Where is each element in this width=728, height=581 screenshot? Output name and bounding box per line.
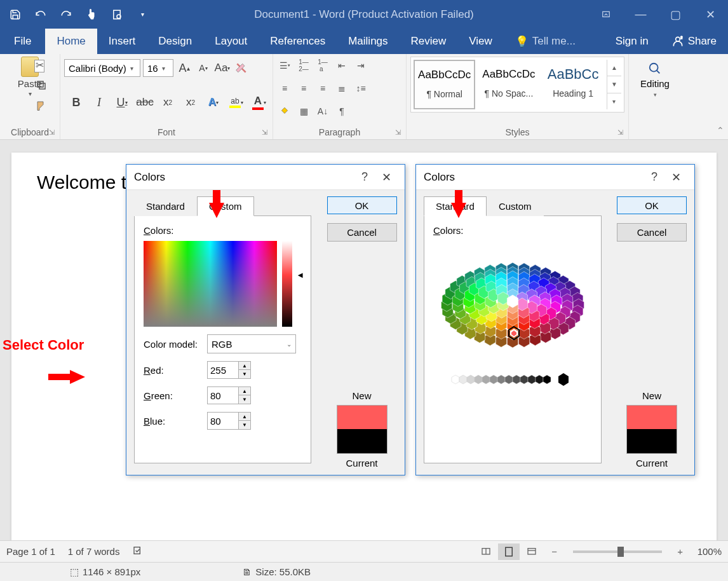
tab-custom[interactable]: Custom (487, 196, 544, 216)
multilevel-button[interactable]: 1— a (315, 58, 330, 73)
gallery-down-button[interactable]: ▼ (607, 76, 621, 93)
touch-mode-button[interactable] (79, 0, 104, 29)
tab-view[interactable]: View (457, 29, 504, 54)
numbering-button[interactable]: 1—2— (296, 58, 311, 73)
red-input[interactable] (207, 361, 239, 379)
zoom-out-button[interactable]: − (544, 543, 565, 560)
zoom-level[interactable]: 100% (698, 546, 722, 557)
ok-button[interactable]: OK (617, 196, 687, 214)
style-no-spacing[interactable]: AaBbCcDc ¶ No Spac... (478, 60, 539, 109)
print-preview-button[interactable] (104, 0, 130, 29)
color-model-combo[interactable]: RGB⌄ (207, 334, 296, 353)
show-marks-button[interactable]: ¶ (334, 104, 349, 119)
style-heading1[interactable]: AaBbCc Heading 1 (543, 60, 604, 109)
save-button[interactable] (3, 0, 28, 29)
green-spin-up[interactable]: ▲ (239, 387, 250, 395)
undo-button[interactable] (28, 0, 53, 29)
italic-button[interactable]: I (91, 96, 107, 109)
green-spin-down[interactable]: ▼ (239, 395, 250, 404)
gallery-up-button[interactable]: ▲ (607, 60, 621, 76)
styles-launcher[interactable]: ⇲ (617, 128, 623, 137)
tab-design[interactable]: Design (147, 29, 203, 54)
justify-button[interactable]: ≣ (334, 81, 349, 96)
tab-standard[interactable]: Standard (134, 196, 197, 216)
print-layout-button[interactable] (498, 543, 520, 560)
dialog-close-button[interactable]: ✕ (665, 170, 687, 184)
decrease-indent-button[interactable]: ⇤ (334, 58, 349, 73)
color-gradient-picker[interactable] (144, 241, 277, 327)
underline-button[interactable]: U▾ (114, 96, 130, 109)
standard-color-hexagon[interactable] (433, 241, 592, 368)
grayscale-row[interactable] (433, 372, 592, 391)
format-painter-button[interactable] (36, 100, 50, 114)
subscript-button[interactable]: x2 (159, 96, 176, 109)
cut-button[interactable]: ✂ (36, 59, 50, 73)
dialog-close-button[interactable]: ✕ (375, 170, 397, 184)
font-name-combo[interactable]: Calibri (Body)▾ (64, 59, 140, 77)
text-effects-button[interactable]: A▾ (205, 96, 222, 109)
tab-layout[interactable]: Layout (203, 29, 259, 54)
font-size-combo[interactable]: 16▾ (143, 59, 173, 77)
collapse-ribbon-button[interactable]: ⌃ (717, 125, 724, 135)
maximize-button[interactable]: ▢ (658, 0, 693, 29)
grow-font-button[interactable]: A▴ (176, 62, 192, 75)
luminosity-pointer[interactable]: ◄ (296, 270, 304, 280)
green-input[interactable] (207, 386, 239, 404)
clear-formatting-button[interactable] (233, 62, 250, 74)
ok-button[interactable]: OK (327, 196, 397, 214)
red-spin-up[interactable]: ▲ (239, 362, 250, 370)
font-launcher[interactable]: ⇲ (262, 128, 267, 137)
spellcheck-button[interactable] (132, 545, 144, 557)
zoom-slider[interactable] (573, 550, 662, 553)
page-indicator[interactable]: Page 1 of 1 (6, 546, 55, 557)
style-normal[interactable]: AaBbCcDc ¶ Normal (414, 60, 475, 109)
tab-home[interactable]: Home (45, 29, 97, 54)
font-color-button[interactable]: A▾ (251, 95, 267, 110)
dialog-help-button[interactable]: ? (644, 170, 665, 184)
share-button[interactable]: Share (660, 29, 728, 54)
tab-references[interactable]: References (259, 29, 337, 54)
read-mode-button[interactable] (475, 543, 497, 560)
zoom-thumb[interactable] (617, 547, 624, 557)
shrink-font-button[interactable]: A▾ (195, 63, 212, 73)
copy-button[interactable] (36, 79, 50, 93)
cancel-button[interactable]: Cancel (617, 223, 687, 241)
editing-dropdown[interactable]: Editing ▾ (633, 57, 677, 98)
luminosity-slider[interactable] (282, 241, 292, 327)
align-right-button[interactable]: ≡ (315, 81, 330, 96)
align-center-button[interactable]: ≡ (296, 81, 311, 96)
clipboard-launcher[interactable]: ⇲ (49, 128, 55, 137)
dialog-help-button[interactable]: ? (354, 170, 375, 184)
shading-button[interactable] (277, 104, 292, 119)
redo-button[interactable] (53, 0, 79, 29)
borders-button[interactable]: ▦ (296, 104, 311, 119)
zoom-in-button[interactable]: + (670, 543, 691, 560)
tab-insert[interactable]: Insert (97, 29, 147, 54)
web-layout-button[interactable] (521, 543, 543, 560)
align-left-button[interactable]: ≡ (277, 81, 292, 96)
tell-me-search[interactable]: 💡Tell me... (504, 29, 587, 54)
sort-button[interactable]: A↓ (315, 104, 330, 119)
tab-mailings[interactable]: Mailings (337, 29, 399, 54)
blue-input[interactable] (207, 412, 239, 430)
gallery-more-button[interactable]: ▾ (607, 93, 621, 109)
blue-spin-down[interactable]: ▼ (239, 421, 250, 429)
tab-file[interactable]: File (0, 29, 45, 54)
increase-indent-button[interactable]: ⇥ (353, 58, 368, 73)
line-spacing-button[interactable]: ↕≡ (353, 81, 368, 96)
close-window-button[interactable]: ✕ (693, 0, 728, 29)
blue-spin-up[interactable]: ▲ (239, 413, 250, 421)
red-spin-down[interactable]: ▼ (239, 370, 250, 378)
ribbon-display-button[interactable] (588, 0, 623, 29)
sign-in-button[interactable]: Sign in (604, 29, 660, 54)
highlight-button[interactable]: ab▾ (228, 97, 245, 108)
strikethrough-button[interactable]: abc (137, 96, 153, 109)
superscript-button[interactable]: x2 (182, 96, 199, 109)
change-case-button[interactable]: Aa▾ (214, 62, 231, 74)
minimize-button[interactable]: — (623, 0, 658, 29)
tab-custom[interactable]: Custom (197, 196, 254, 216)
qat-more-button[interactable]: ▾ (130, 0, 155, 29)
word-count[interactable]: 1 of 7 words (68, 546, 120, 557)
tab-review[interactable]: Review (400, 29, 458, 54)
paragraph-launcher[interactable]: ⇲ (395, 128, 401, 137)
